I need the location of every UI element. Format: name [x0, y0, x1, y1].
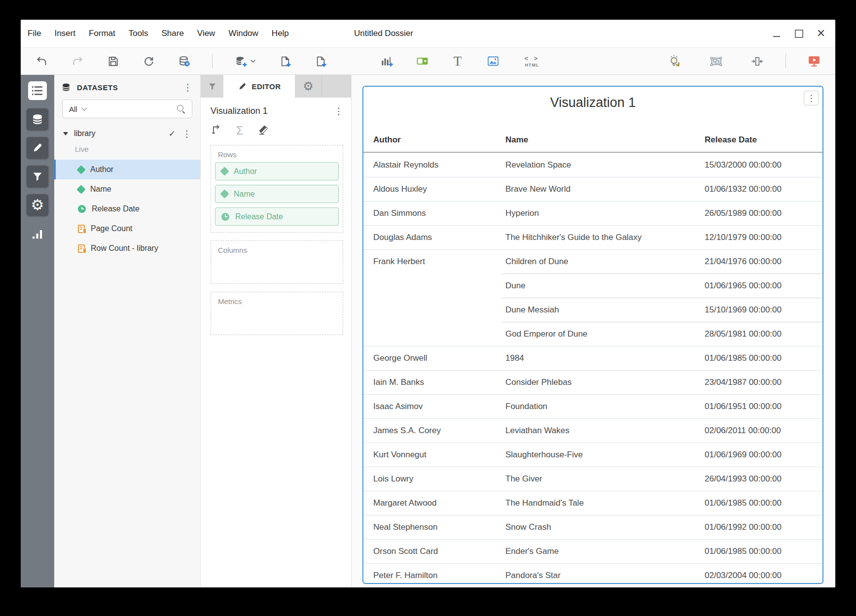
name-cell[interactable]: Children of Dune — [505, 257, 705, 267]
menu-item[interactable]: View — [197, 29, 215, 38]
pause-all-datasets-icon[interactable] — [177, 53, 191, 69]
dataset-kebab-icon[interactable]: ⋮ — [181, 129, 192, 138]
date-cell[interactable]: 15/03/2000 00:00:00 — [705, 160, 822, 170]
edit-pencil-icon[interactable] — [27, 137, 48, 159]
chevron-down-icon[interactable] — [81, 105, 87, 110]
menu-item[interactable]: Insert — [54, 29, 75, 38]
name-cell[interactable]: Consider Phlebas — [505, 377, 705, 387]
date-cell[interactable]: 28/05/1981 00:00:00 — [705, 329, 822, 339]
date-cell[interactable]: 01/06/1951 00:00:00 — [705, 402, 822, 411]
insights-icon[interactable] — [667, 53, 682, 69]
name-cell[interactable]: God Emperor of Dune — [505, 329, 705, 339]
table-row[interactable]: James S.A. Corey Leviathan Wakes 02/06/2… — [363, 418, 822, 443]
add-text-icon[interactable]: T — [450, 53, 465, 69]
author-cell[interactable]: Orson Scott Card — [373, 547, 505, 556]
name-cell[interactable]: Snow Crash — [505, 522, 705, 532]
dataset-row-library[interactable]: library ✓ ⋮ — [54, 125, 200, 142]
table-row[interactable]: Iain M. Banks Consider Phlebas 23/04/198… — [363, 370, 822, 394]
name-cell[interactable]: Ender's Game — [505, 547, 705, 556]
table-row[interactable]: Dan Simmons Hyperion 26/05/1989 00:00:00 — [363, 201, 822, 225]
name-cell[interactable]: Dune Messiah — [505, 305, 705, 315]
date-cell[interactable]: 01/06/1985 00:00:00 — [705, 498, 822, 508]
table-row[interactable]: Peter F. Hamilton Pandora's Star 02/03/2… — [363, 563, 822, 584]
dataset-attribute-row[interactable]: Release Date — [54, 199, 200, 219]
tab-filter[interactable] — [201, 75, 223, 98]
author-cell[interactable]: Iain M. Banks — [373, 377, 505, 387]
date-cell[interactable]: 15/10/1969 00:00:00 — [705, 305, 822, 315]
table-row[interactable]: Kurt Vonnegut Slaughterhouse-Five 01/06/… — [363, 443, 822, 467]
save-icon[interactable] — [106, 53, 120, 69]
visualization-container[interactable]: ⋮ Visualization 1 Author Name Release Da… — [362, 86, 823, 584]
date-cell[interactable]: 12/10/1979 00:00:00 — [705, 233, 822, 242]
attribute-chip[interactable]: Release Date — [215, 207, 339, 226]
table-row[interactable]: Alastair Reynolds Revelation Space 15/03… — [363, 153, 822, 177]
date-cell[interactable]: 01/06/1932 00:00:00 — [705, 184, 822, 194]
date-cell[interactable]: 01/06/1992 00:00:00 — [705, 522, 822, 532]
swap-axes-icon[interactable] — [211, 124, 222, 137]
author-cell[interactable]: James S.A. Corey — [373, 426, 505, 436]
author-cell[interactable]: Lois Lowry — [373, 474, 505, 484]
date-cell[interactable]: 01/06/1985 00:00:00 — [705, 353, 822, 363]
table-row[interactable]: Aldous Huxley Brave New World 01/06/1932… — [363, 177, 822, 201]
column-header-release-date[interactable]: Release Date — [705, 135, 822, 152]
attribute-chip[interactable]: Author — [215, 162, 339, 180]
date-cell[interactable]: 01/06/1969 00:00:00 — [705, 450, 822, 460]
editor-kebab-icon[interactable]: ⋮ — [333, 106, 344, 116]
name-cell[interactable]: The Handmaid's Tale — [505, 498, 705, 508]
table-row[interactable]: Douglas Adams The Hitchhiker's Guide to … — [363, 225, 822, 249]
menu-item[interactable]: File — [28, 29, 41, 38]
name-cell[interactable]: Revelation Space — [505, 160, 705, 170]
maximize-button[interactable] — [794, 29, 803, 38]
filter-icon[interactable] — [27, 166, 48, 187]
menu-item[interactable]: Help — [272, 29, 289, 38]
close-button[interactable]: ✕ — [817, 29, 825, 38]
date-cell[interactable]: 26/05/1989 00:00:00 — [705, 208, 822, 218]
refresh-icon[interactable] — [141, 53, 156, 69]
date-cell[interactable]: 02/03/2004 00:00:00 — [705, 571, 822, 581]
free-form-layout-icon[interactable] — [709, 53, 723, 69]
table-row[interactable]: Isaac Asimov Foundation 01/06/1951 00:00… — [363, 394, 822, 418]
name-cell[interactable]: The Giver — [505, 474, 705, 484]
metrics-drop-zone[interactable]: Metrics — [211, 292, 343, 335]
table-row[interactable]: Neal Stephenson Snow Crash 01/06/1992 00… — [363, 515, 822, 539]
table-row[interactable]: Orson Scott Card Ender's Game 01/06/1985… — [363, 539, 822, 563]
redo-icon[interactable] — [70, 53, 85, 69]
add-image-icon[interactable] — [486, 53, 500, 69]
menu-item[interactable]: Window — [228, 29, 258, 38]
author-cell[interactable]: Douglas Adams — [373, 233, 505, 242]
author-cell[interactable]: Kurt Vonnegut — [373, 450, 505, 460]
totals-sigma-icon[interactable]: Σ — [236, 125, 243, 137]
date-cell[interactable]: 01/06/1985 00:00:00 — [705, 547, 822, 556]
dataset-attribute-row[interactable]: Row Count - library — [54, 239, 200, 258]
tab-editor[interactable]: EDITOR — [223, 75, 295, 98]
minimize-button[interactable] — [772, 29, 781, 38]
new-chapter-icon[interactable] — [278, 53, 292, 69]
menu-item[interactable]: Tools — [129, 29, 148, 38]
author-cell[interactable]: Aldous Huxley — [373, 184, 505, 194]
expander-triangle-icon[interactable] — [63, 132, 68, 136]
dataset-attribute-row[interactable]: Name — [54, 179, 200, 199]
date-cell[interactable]: 23/04/1987 00:00:00 — [705, 377, 822, 387]
author-cell[interactable]: Margaret Atwood — [373, 498, 505, 508]
name-cell[interactable]: Hyperion — [505, 208, 705, 218]
name-cell[interactable]: Dune — [505, 281, 705, 291]
author-cell[interactable]: Alastair Reynolds — [373, 160, 505, 170]
menu-item[interactable]: Share — [161, 29, 183, 38]
add-visualization-icon[interactable] — [379, 53, 394, 69]
date-cell[interactable]: 02/06/2011 00:00:00 — [705, 426, 822, 436]
present-icon[interactable] — [807, 53, 821, 69]
author-cell[interactable]: Dan Simmons — [373, 208, 505, 218]
add-data-icon[interactable] — [233, 53, 257, 69]
table-row[interactable]: Dune 01/06/1965 00:00:00 — [363, 274, 822, 298]
table-row[interactable]: Margaret Atwood The Handmaid's Tale 01/0… — [363, 491, 822, 515]
table-row[interactable]: George Orwell 1984 01/06/1985 00:00:00 — [363, 346, 822, 370]
search-icon[interactable] — [177, 104, 185, 113]
datasets-icon[interactable] — [27, 108, 48, 130]
visualization-kebab-icon[interactable]: ⋮ — [804, 91, 819, 105]
dataset-search-box[interactable]: All — [62, 100, 192, 118]
name-cell[interactable]: 1984 — [505, 353, 705, 363]
undo-icon[interactable] — [35, 53, 49, 69]
date-cell[interactable]: 21/04/1976 00:00:00 — [705, 257, 822, 267]
add-selector-icon[interactable] — [415, 53, 429, 69]
date-cell[interactable]: 01/06/1965 00:00:00 — [705, 281, 822, 291]
